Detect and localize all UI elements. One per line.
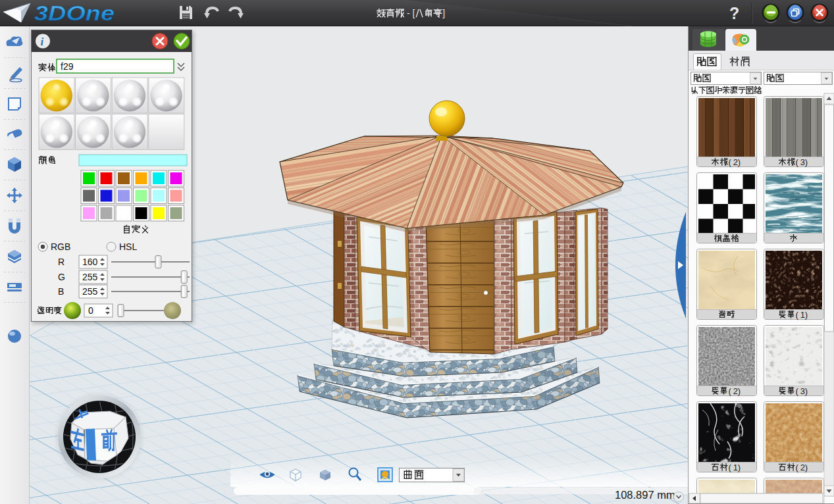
svg-text:3DOne: 3DOne [34,1,115,25]
svg-text:f29: f29 [61,61,74,72]
svg-text:): ) [805,310,808,320]
svg-text:RGB: RGB [51,241,70,252]
svg-text:G: G [58,272,65,282]
svg-text:108.897 mm: 108.897 mm [615,489,675,501]
svg-text:B: B [58,286,64,297]
svg-text:(: ( [729,386,732,396]
svg-text:3: 3 [800,157,805,167]
svg-text:): ) [738,157,741,167]
svg-text:0: 0 [88,305,93,316]
svg-text:): ) [805,463,808,472]
svg-text:1: 1 [800,310,805,320]
svg-text:(: ( [796,157,799,167]
svg-text:): ) [738,386,741,396]
svg-text:(: ( [796,386,799,396]
svg-text:R: R [58,257,65,267]
svg-text:): ) [805,157,808,167]
svg-text:2: 2 [800,463,805,472]
svg-text:(: ( [796,310,799,320]
svg-text:2: 2 [733,386,738,396]
svg-text:255: 255 [82,272,98,282]
svg-text:): ) [738,463,741,472]
svg-text:160: 160 [82,257,98,267]
svg-text:): ) [805,386,808,396]
svg-text:2: 2 [733,157,738,167]
svg-text:3: 3 [800,386,805,396]
svg-text:?: ? [729,4,739,22]
svg-text:255: 255 [82,286,98,297]
svg-text:(: ( [729,463,732,472]
svg-text:(: ( [796,463,799,472]
svg-text:1: 1 [733,463,738,472]
svg-text:(: ( [729,157,732,167]
svg-text:HSL: HSL [119,241,137,252]
svg-text:i: i [41,36,44,48]
